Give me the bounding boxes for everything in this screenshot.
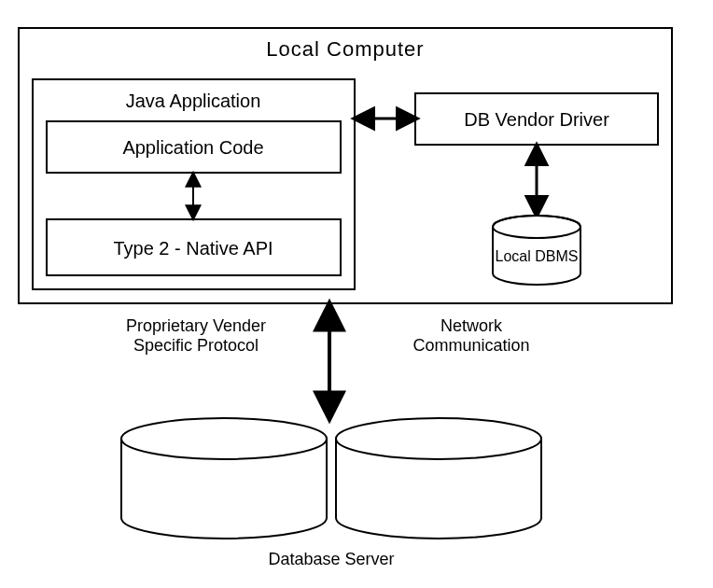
java-application-title: Java Application <box>126 91 261 111</box>
network-label-line1: Network <box>440 316 503 335</box>
svg-point-2 <box>121 418 327 459</box>
local-dbms-label: Local DBMS <box>496 248 579 264</box>
type2-native-api-label: Type 2 - Native API <box>113 238 273 259</box>
application-code-label: Application Code <box>122 137 263 158</box>
database-server-label: Database Server <box>268 550 394 568</box>
network-label-line2: Communication <box>412 336 529 355</box>
jdbc-type2-architecture-diagram: Local Computer Java Application Applicat… <box>0 0 713 588</box>
local-dbms-cylinder: Local DBMS <box>493 216 580 285</box>
protocol-label-line2: Specific Protocol <box>133 336 259 355</box>
local-computer-title: Local Computer <box>266 37 424 61</box>
database-server-left <box>121 418 327 539</box>
protocol-label-line1: Proprietary Vender <box>126 316 266 335</box>
database-server-right <box>336 418 541 539</box>
db-vendor-driver-label: DB Vendor Driver <box>464 109 609 130</box>
svg-point-3 <box>336 418 541 459</box>
